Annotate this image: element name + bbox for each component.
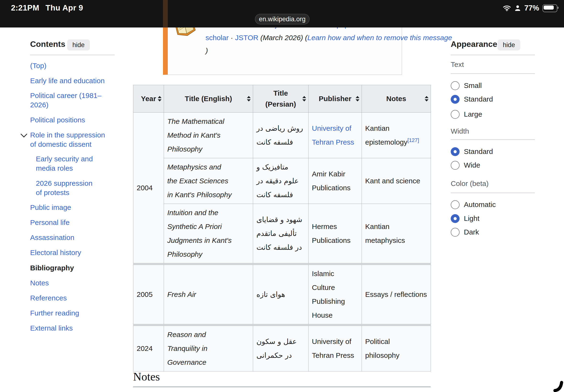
publisher-cell: University of Tehran Press [309,325,362,371]
radio-label: Dark [464,228,479,236]
title-en-cell: Fresh Air [164,264,253,325]
title-en-cell: Metaphysics and the Exact Sciences in Ka… [164,158,253,204]
appearance-hide-button[interactable]: hide [497,40,520,50]
toc-hide-button[interactable]: hide [67,40,90,50]
radio-selected-icon[interactable] [451,147,460,156]
header-notes[interactable]: Notes [362,85,431,112]
text-section-label: Text [451,60,464,69]
width-option-wide[interactable]: Wide [451,160,480,170]
radio-unselected-icon[interactable] [451,161,460,170]
toc-item-2026-suppression[interactable]: 2026 suppression of protests [36,179,98,197]
notes-cell: Political philosophy [362,325,431,371]
notes-section-heading: Notes [133,370,160,383]
notes-text: Kantian epistemology [365,124,407,146]
text-section-divider [451,73,535,74]
book-title: Intuition and the Synthetic A Priori Jud… [167,206,232,261]
book-title: Metaphysics and the Exact Sciences in Ka… [167,160,232,202]
publisher-cell: Amir Kabir Publications [309,158,362,204]
toc-item-top[interactable]: (Top) [30,61,46,70]
publisher-cell: Hermes Publications [309,204,362,264]
sort-icon[interactable] [425,96,428,102]
toc-divider [30,55,115,55]
header-label: Year [141,95,156,102]
address-bar[interactable]: en.wikipedia.org [255,14,309,24]
header-label: Notes [386,95,406,102]
clock-time: 2:21PM [11,3,40,12]
toc-item-further-reading[interactable]: Further reading [30,308,79,318]
status-time: 2:21PMThu Apr 9 [11,3,89,13]
width-section-label: Width [451,127,469,135]
radio-label: Large [464,110,482,118]
radio-selected-icon[interactable] [451,214,460,223]
battery-icon [542,4,557,12]
toc-item-assassination[interactable]: Assassination [30,233,74,242]
translucent-content-hint [163,0,168,28]
publisher-cell: Islamic Culture Publishing House [309,264,362,325]
radio-label: Standard [464,95,493,103]
notes-text: Kantian metaphysics [365,220,413,247]
radio-unselected-icon[interactable] [451,228,460,237]
close-paren: ) [206,47,208,55]
width-option-standard[interactable]: Standard [451,147,493,156]
title-en-cell: The Mathematical Method in Kant's Philos… [164,112,253,158]
toc-item-public-image[interactable]: Public image [30,203,71,212]
header-publisher[interactable]: Publisher [309,85,362,112]
title-en-cell: Intuition and the Synthetic A Priori Jud… [164,204,253,264]
header-title-persian[interactable]: Title (Persian) [253,85,309,112]
color-option-automatic[interactable]: Automatic [451,200,496,209]
header-label: Publisher [319,95,352,102]
chevron-down-icon[interactable] [21,131,27,138]
toc-item-electoral-history[interactable]: Electoral history [30,248,81,257]
status-bar: 2:21PMThu Apr 9 en.wikipedia.org 77% [0,0,564,28]
toc-item-early-security[interactable]: Early security and media roles [36,154,98,173]
text-size-option-small[interactable]: Small [451,81,482,90]
sort-icon[interactable] [302,96,306,102]
header-title-english[interactable]: Title (English) [164,85,253,112]
year-cell: 2005 [133,264,164,325]
toc-item-role-suppression[interactable]: Role in the suppression of domestic diss… [30,130,112,149]
toc-item-early-life[interactable]: Early life and education [30,76,105,85]
radio-unselected-icon[interactable] [451,200,460,209]
toc-item-references[interactable]: References [30,293,67,303]
toc-item-political-career[interactable]: Political career (1981–2026) [30,91,112,110]
radio-unselected-icon[interactable] [451,110,460,119]
toc-item-political-positions[interactable]: Political positions [30,115,85,125]
url-domain: en.wikipedia.org [259,15,305,23]
toc-item-bibliography[interactable]: Bibliography [30,263,74,272]
year-cell: 2004 [133,112,164,264]
notes-cell: Kantian epistemology[127] [362,112,431,158]
corner-arc-mark [547,377,564,392]
notes-cell: Essays / reflections [362,264,431,325]
sort-icon[interactable] [247,96,251,102]
title-fa-cell: روش ریاضی در فلسفه کانت [253,112,309,158]
bibliography-table: Year Title (English) Title (Persian) Pub… [133,85,431,371]
text-size-option-large[interactable]: Large [451,110,482,119]
jstor-link[interactable]: JSTOR [235,34,258,42]
header-year[interactable]: Year [133,85,164,112]
notice-scholar-line: scholar · JSTOR (March 2026) (Learn how … [206,31,399,44]
radio-selected-icon[interactable] [451,95,460,104]
title-en-cell: Reason and Tranquility in Governance [164,325,253,371]
toc-item-external-links[interactable]: External links [30,323,73,333]
learn-how-link[interactable]: Learn how and when to remove this messag… [307,34,452,42]
toc-item-notes[interactable]: Notes [30,278,49,288]
book-title: The Mathematical Method in Kant's Philos… [167,114,232,156]
wifi-icon [503,5,511,11]
status-date: Thu Apr 9 [46,3,83,12]
scholar-link[interactable]: scholar [206,34,229,42]
color-option-dark[interactable]: Dark [451,227,479,237]
publisher-link[interactable]: University of Tehran Press [312,124,354,146]
radio-unselected-icon[interactable] [451,81,460,90]
title-fa-cell: عقل و سکون در حکمرانی [253,325,309,371]
radio-label: Small [464,82,482,90]
user-icon [514,5,521,12]
sort-icon[interactable] [356,96,359,102]
sort-icon[interactable] [158,96,162,102]
toc-item-personal-life[interactable]: Personal life [30,218,69,227]
title-fa-cell: شهود و قضایای تألیفی ماتقدم در فلسفه کان… [253,204,309,264]
notes-text: Political philosophy [365,335,413,362]
reference-link[interactable]: [127] [407,137,419,143]
color-option-light[interactable]: Light [451,214,479,223]
table-header-row: Year Title (English) Title (Persian) Pub… [133,85,431,112]
text-size-option-standard[interactable]: Standard [451,94,493,104]
